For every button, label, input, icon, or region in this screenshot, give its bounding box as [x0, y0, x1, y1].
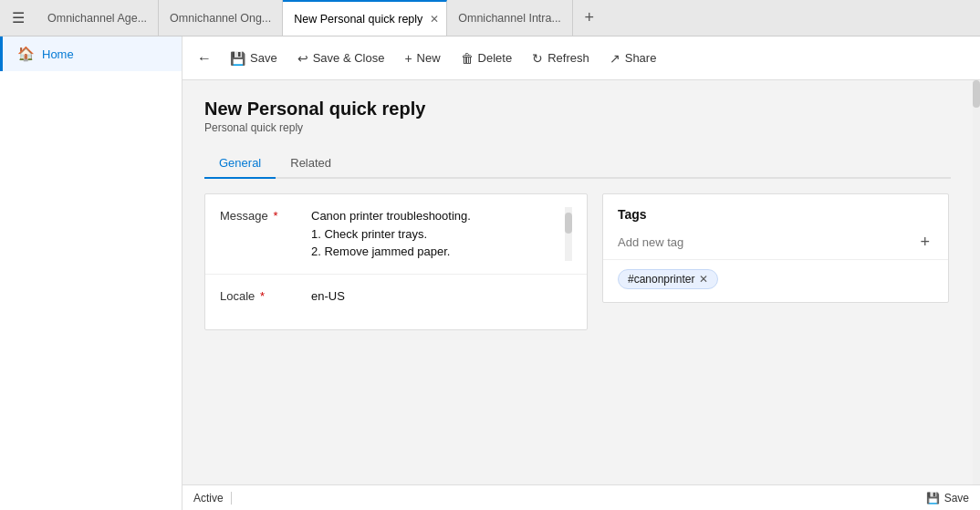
required-indicator: * [273, 209, 277, 223]
tags-input-row: + [603, 229, 948, 260]
tab-new-personal-quick-reply[interactable]: New Personal quick reply ✕ [283, 0, 447, 36]
refresh-button[interactable]: ↻ Refresh [523, 46, 599, 71]
required-indicator: * [260, 289, 265, 303]
toolbar: ← 💾 Save ↩ Save & Close + New 🗑 Delete ↻… [182, 36, 980, 80]
tab-label: Omnichannel Intra... [458, 12, 561, 25]
content-area: ← 💾 Save ↩ Save & Close + New 🗑 Delete ↻… [182, 36, 980, 510]
tab-bar: ☰ Omnichannel Age... Omnichannel Ong... … [0, 0, 980, 36]
page-content: New Personal quick reply Personal quick … [182, 80, 973, 484]
delete-button[interactable]: 🗑 Delete [452, 46, 522, 71]
add-tab-button[interactable]: + [573, 0, 606, 36]
save-button[interactable]: 💾 Save [221, 46, 287, 71]
refresh-icon: ↻ [532, 51, 543, 66]
message-text: Canon printer troubleshooting. 1. Check … [311, 207, 572, 261]
tab-omnichannel-age[interactable]: Omnichannel Age... [36, 0, 159, 36]
save-close-label: Save & Close [313, 51, 385, 65]
sidebar-item-label: Home [42, 47, 74, 61]
new-label: New [417, 51, 441, 65]
home-icon: 🏠 [17, 46, 35, 62]
sidebar-item-home[interactable]: 🏠 Home [0, 36, 182, 71]
tab-general[interactable]: General [204, 149, 276, 179]
status-bar: Active 💾 Save [182, 484, 980, 510]
form-card: Message * Canon printer troubleshooting.… [204, 193, 588, 330]
tab-related[interactable]: Related [276, 149, 346, 179]
locale-value: en-US [311, 287, 572, 306]
locale-label: Locale * [220, 287, 311, 303]
new-icon: + [404, 51, 412, 66]
delete-icon: 🗑 [461, 51, 474, 66]
share-button[interactable]: ↗ Share [600, 46, 666, 71]
save-label: Save [250, 51, 277, 65]
form-grid: Message * Canon printer troubleshooting.… [204, 193, 951, 330]
save-icon: 💾 [230, 51, 245, 66]
delete-label: Delete [478, 51, 513, 65]
save-close-button[interactable]: ↩ Save & Close [288, 46, 394, 71]
page-title: New Personal quick reply [204, 99, 951, 120]
status-left: Active [193, 492, 232, 505]
tags-header: Tags [603, 194, 948, 229]
share-label: Share [625, 51, 657, 65]
page-scrollbar-thumb[interactable] [973, 80, 980, 108]
tags-input[interactable] [618, 235, 909, 249]
tag-remove-button[interactable]: ✕ [699, 273, 708, 286]
tag-label: #canonprinter [628, 273, 694, 286]
message-field: Message * Canon printer troubleshooting.… [205, 194, 587, 275]
scrollbar-thumb[interactable] [565, 213, 572, 234]
save-close-icon: ↩ [297, 51, 308, 66]
tab-label: Omnichannel Ong... [170, 12, 271, 25]
tab-omnichannel-ong[interactable]: Omnichannel Ong... [159, 0, 283, 36]
tab-omnichannel-intra[interactable]: Omnichannel Intra... [447, 0, 573, 36]
sidebar: 🏠 Home [0, 36, 182, 510]
scrollbar-track [565, 207, 572, 261]
tab-label: Omnichannel Age... [47, 12, 147, 25]
tags-list: #canonprinter ✕ [603, 260, 948, 302]
share-icon: ↗ [610, 51, 620, 66]
back-button[interactable]: ← [190, 44, 219, 73]
hamburger-menu[interactable]: ☰ [0, 0, 36, 36]
tab-close-icon[interactable]: ✕ [430, 13, 439, 26]
status-save-button[interactable]: 💾 Save [926, 492, 969, 505]
tab-label: New Personal quick reply [294, 13, 422, 26]
new-button[interactable]: + New [395, 46, 449, 71]
tab-nav: General Related [204, 149, 951, 179]
message-label: Message * [220, 207, 311, 223]
tag-chip: #canonprinter ✕ [618, 269, 718, 289]
page-subtitle: Personal quick reply [204, 121, 951, 134]
status-active: Active [193, 492, 224, 505]
tags-card: Tags + #canonprinter ✕ [602, 193, 949, 303]
refresh-label: Refresh [547, 51, 589, 65]
add-tag-button[interactable]: + [916, 233, 933, 252]
main-layout: 🏠 Home ← 💾 Save ↩ Save & Close + New 🗑 D… [0, 36, 980, 510]
status-save-icon: 💾 [926, 492, 940, 505]
page-scrollbar [973, 80, 980, 484]
status-separator [231, 492, 232, 505]
message-scroll-area[interactable]: Canon printer troubleshooting. 1. Check … [311, 207, 572, 261]
locale-field: Locale * en-US [205, 275, 587, 329]
status-save-label: Save [944, 492, 969, 505]
message-value: Canon printer troubleshooting. 1. Check … [311, 207, 572, 261]
